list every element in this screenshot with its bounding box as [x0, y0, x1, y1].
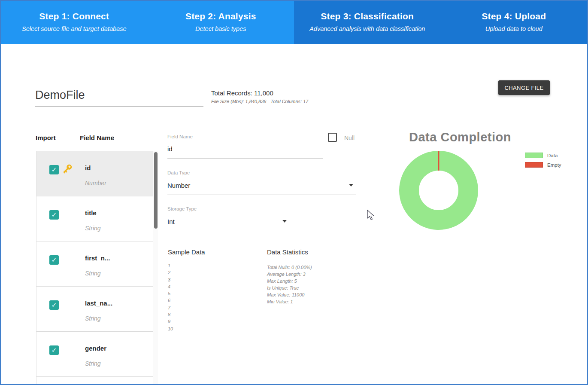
chart-legend: Data Empty: [525, 153, 561, 171]
total-records-text: Total Records: 11,000: [211, 89, 273, 97]
field-name-column-header: Field Name: [80, 134, 114, 141]
storage-type-label: Storage Type: [167, 206, 197, 211]
field-row-type: String: [85, 270, 101, 277]
data-type-label: Data Type: [167, 170, 190, 175]
import-checkbox[interactable]: ✓: [49, 345, 59, 355]
statistic-line: Min Value: 1: [267, 298, 312, 305]
statistic-line: Is Unique: True: [267, 284, 312, 291]
storage-type-select[interactable]: Int: [167, 218, 175, 225]
field-list: ✓ id Number ✓ title String: [36, 151, 153, 385]
legend-item-data: Data: [525, 153, 561, 158]
field-name-underline: [167, 159, 323, 159]
data-statistics-list: Total Nulls: 0 (0.00%)Average Length: 3M…: [267, 264, 312, 305]
sample-data-value: 3: [168, 276, 173, 283]
storage-type-underline: [167, 231, 290, 231]
sample-data-value: 5: [168, 290, 173, 297]
step-title: Step 4: Upload: [441, 11, 588, 21]
field-row-last-name[interactable]: ✓ last_na... String: [36, 287, 153, 332]
legend-label: Empty: [547, 162, 561, 168]
field-row-id[interactable]: ✓ id Number: [36, 151, 153, 196]
sample-data-value: 4: [168, 283, 173, 290]
statistic-line: Average Length: 3: [267, 271, 312, 278]
file-meta-text: File Size (Mbs): 1,840,836 - Total Colum…: [211, 99, 308, 104]
field-row-first-name[interactable]: ✓ first_n... String: [36, 241, 153, 287]
field-row-name: last_na...: [85, 299, 112, 307]
field-row-partial[interactable]: [36, 377, 153, 385]
tab-step2-analysis[interactable]: Step 2: Analysis Detect basic types: [148, 1, 294, 44]
sample-data-value: 10: [168, 325, 173, 332]
tab-step1-connect[interactable]: Step 1: Connect Select source file and t…: [1, 1, 148, 44]
wizard-steps: Step 1: Connect Select source file and t…: [1, 1, 587, 44]
app-window: Step 1: Connect Select source file and t…: [0, 0, 588, 385]
field-row-name: title: [85, 209, 97, 217]
chevron-down-icon: [282, 220, 287, 223]
sample-data-value: 7: [168, 304, 173, 311]
statistic-line: Total Nulls: 0 (0.00%): [267, 264, 312, 271]
null-checkbox-label: Null: [344, 134, 355, 141]
field-row-title[interactable]: ✓ title String: [36, 196, 153, 241]
data-statistics-heading: Data Statistics: [267, 248, 308, 256]
file-name-input[interactable]: [35, 89, 203, 107]
import-checkbox[interactable]: ✓: [49, 255, 59, 265]
sample-data-list: 12345678910: [168, 262, 173, 332]
import-column-header: Import: [36, 134, 56, 141]
sample-data-value: 8: [168, 311, 173, 318]
field-name-value-input[interactable]: id: [167, 145, 173, 153]
legend-item-empty: Empty: [525, 162, 561, 168]
tab-step3-classification[interactable]: Step 3: Classification Advanced analysis…: [294, 1, 441, 44]
step-title: Step 2: Analysis: [148, 11, 294, 21]
sample-data-heading: Sample Data: [168, 248, 205, 256]
field-row-gender[interactable]: ✓ gender String: [36, 332, 153, 377]
step-subtitle: Detect basic types: [148, 25, 294, 32]
data-completion-donut-chart: [396, 147, 482, 233]
data-type-select[interactable]: Number: [167, 182, 190, 189]
change-file-button[interactable]: CHANGE FILE: [498, 80, 550, 95]
legend-label: Data: [547, 153, 558, 158]
chart-title: Data Completion: [383, 130, 537, 144]
field-name-label: Field Name: [167, 134, 193, 139]
sample-data-value: 2: [168, 269, 173, 276]
field-row-name: id: [85, 164, 91, 171]
primary-key-icon: [62, 163, 73, 178]
step-subtitle: Upload data to cloud: [441, 25, 588, 32]
field-row-name: gender: [85, 345, 106, 352]
step-title: Step 1: Connect: [1, 11, 148, 21]
sample-data-value: 1: [168, 262, 173, 269]
steps-completed-group: Step 1: Connect Select source file and t…: [1, 1, 294, 44]
scrollbar-thumb[interactable]: [154, 152, 158, 229]
legend-swatch-data: [525, 153, 543, 158]
import-checkbox[interactable]: ✓: [49, 300, 59, 310]
field-row-name: first_n...: [85, 254, 110, 262]
mouse-cursor-icon: [367, 210, 376, 221]
chevron-down-icon: [349, 184, 353, 186]
import-checkbox[interactable]: ✓: [49, 210, 59, 220]
data-type-underline: [167, 195, 356, 195]
field-list-scrollbar[interactable]: [153, 151, 158, 384]
sample-data-value: 6: [168, 297, 173, 304]
sample-data-value: 9: [168, 318, 173, 325]
step-subtitle: Select source file and target database: [1, 25, 148, 32]
steps-pending-group: Step 3: Classification Advanced analysis…: [294, 1, 587, 44]
step-subtitle: Advanced analysis with data classificati…: [294, 25, 441, 32]
field-row-type: String: [85, 225, 101, 232]
statistic-line: Max Value: 11000: [267, 291, 312, 298]
statistic-line: Max Length: 5: [267, 278, 312, 284]
tab-step4-upload[interactable]: Step 4: Upload Upload data to cloud: [441, 1, 588, 44]
step-title: Step 3: Classification: [294, 11, 441, 21]
null-checkbox[interactable]: [328, 133, 337, 142]
import-checkbox[interactable]: ✓: [49, 165, 59, 174]
field-row-type: String: [85, 315, 101, 322]
field-row-type: String: [85, 360, 101, 367]
legend-swatch-empty: [525, 162, 543, 168]
field-row-type: Number: [85, 180, 106, 186]
